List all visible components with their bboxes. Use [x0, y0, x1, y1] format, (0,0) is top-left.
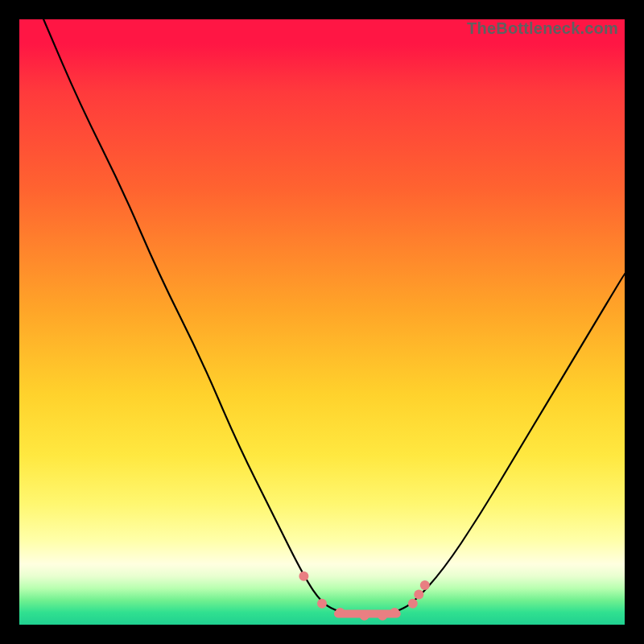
marker-dot	[360, 611, 369, 621]
marker-dot	[390, 608, 399, 617]
plot-area: TheBottleneck.com	[19, 19, 625, 625]
bottleneck-curve	[19, 19, 625, 625]
chart-frame: TheBottleneck.com	[0, 0, 644, 644]
marker-dot	[336, 608, 345, 617]
curve-path	[43, 19, 625, 616]
marker-dot	[299, 572, 308, 581]
marker-dot	[420, 580, 430, 590]
marker-dot	[414, 589, 423, 599]
marker-dot	[378, 611, 387, 621]
marker-dot	[317, 599, 327, 609]
marker-dot	[408, 599, 418, 609]
marker-group	[299, 572, 429, 621]
